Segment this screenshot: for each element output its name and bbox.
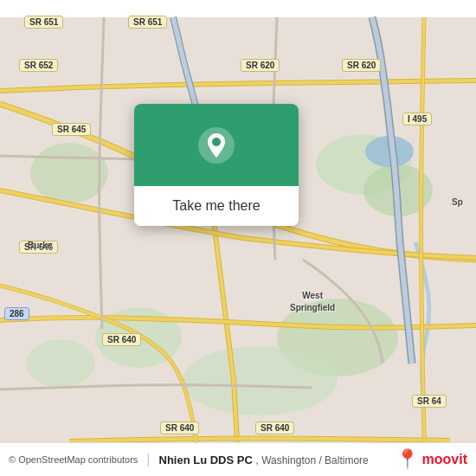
road-badge-sr645a: SR 645 bbox=[52, 123, 91, 136]
moovit-pin-icon: 📍 bbox=[396, 448, 419, 471]
moovit-text: moovit bbox=[422, 452, 467, 467]
road-badge-286: 286 bbox=[4, 307, 29, 320]
road-badge-sr651b: SR 651 bbox=[24, 16, 63, 29]
place-label-burke: Burke bbox=[28, 241, 52, 250]
moovit-logo: 📍 moovit bbox=[396, 448, 467, 471]
road-badge-sr651: SR 651 bbox=[128, 16, 167, 29]
road-badge-sr620c: SR 640 bbox=[160, 421, 199, 434]
road-badge-sr640: SR 640 bbox=[102, 333, 141, 346]
road-badge-sr652: SR 652 bbox=[19, 59, 58, 72]
road-badge-sr620a: SR 620 bbox=[241, 59, 280, 72]
bottom-bar: © OpenStreetMap contributors | Nhien Lu … bbox=[0, 442, 476, 476]
map-background bbox=[0, 0, 476, 476]
place-label-sp: Sp bbox=[452, 197, 463, 207]
road-badge-sr620b: SR 620 bbox=[342, 59, 381, 72]
svg-point-10 bbox=[212, 138, 221, 146]
map-container: SR 651 SR 652 SR 645 SR 645 SR 620 SR 62… bbox=[0, 0, 476, 476]
take-me-there-button[interactable]: Take me there bbox=[134, 186, 299, 226]
road-badge-i495: I 495 bbox=[402, 113, 432, 125]
location-pin-icon bbox=[197, 126, 235, 164]
svg-point-6 bbox=[182, 346, 338, 415]
svg-point-7 bbox=[26, 339, 95, 388]
place-label-west-springfield: WestSpringfield bbox=[290, 290, 335, 314]
copyright-text: © OpenStreetMap contributors bbox=[9, 454, 138, 465]
place-name-text: Nhien Lu DDS PC bbox=[159, 453, 253, 466]
road-badge-sr640b: SR 640 bbox=[255, 421, 294, 434]
popup-green-area bbox=[134, 104, 299, 186]
bottom-left: © OpenStreetMap contributors | Nhien Lu … bbox=[9, 452, 369, 467]
popup-card: Take me there bbox=[134, 104, 299, 226]
svg-point-5 bbox=[30, 143, 108, 203]
place-location-text: Washington / Baltimore bbox=[261, 454, 369, 466]
road-badge-sr64: SR 64 bbox=[412, 395, 447, 408]
place-name: Nhien Lu DDS PC , Washington / Baltimore bbox=[159, 453, 369, 466]
